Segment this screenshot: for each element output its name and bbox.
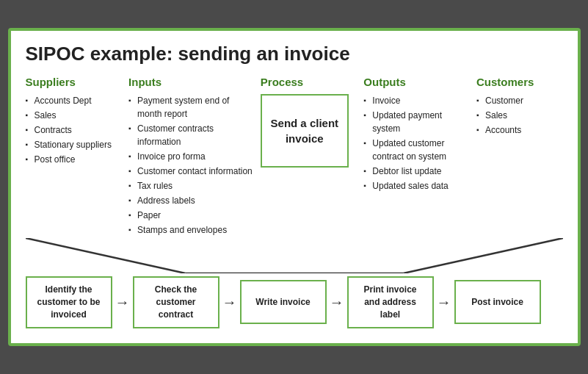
inputs-col: Inputs Payment system end of month repor… bbox=[128, 76, 253, 238]
list-item: Contracts bbox=[26, 123, 122, 137]
list-item: Address labels bbox=[128, 194, 253, 207]
inputs-content: Payment system end of month report Custo… bbox=[128, 94, 253, 237]
list-item: Accounts Dept bbox=[26, 94, 122, 107]
inputs-header: Inputs bbox=[128, 76, 253, 88]
list-item: Paper bbox=[128, 209, 253, 222]
outputs-list: Invoice Updated payment system Updated c… bbox=[363, 94, 469, 193]
list-item: Payment system end of month report bbox=[128, 94, 253, 121]
process-col: Process Send a client invoice bbox=[261, 76, 357, 168]
list-item: Invoice pro forma bbox=[128, 150, 253, 163]
sipoc-grid: Suppliers Accounts Dept Sales Contracts … bbox=[26, 76, 563, 238]
diagonal-separator bbox=[26, 238, 563, 273]
list-item: Customer contact information bbox=[128, 165, 253, 178]
suppliers-header: Suppliers bbox=[26, 76, 122, 88]
list-item: Updated payment system bbox=[363, 109, 469, 135]
list-item: Stamps and envelopes bbox=[128, 223, 253, 237]
svg-line-1 bbox=[403, 238, 563, 273]
outputs-header: Outputs bbox=[363, 76, 469, 88]
list-item: Updated customer contract on system bbox=[363, 137, 469, 163]
arrow-3: → bbox=[327, 294, 347, 311]
list-item: Invoice bbox=[363, 94, 469, 107]
main-title: SIPOC example: sending an invoice bbox=[26, 43, 563, 65]
list-item: Sales bbox=[26, 109, 122, 122]
flow-step-4: Print invoice and address label bbox=[347, 276, 434, 328]
list-item: Customer contracts information bbox=[128, 122, 253, 148]
process-box: Send a client invoice bbox=[261, 94, 349, 168]
list-item: Sales bbox=[476, 109, 563, 122]
outputs-col: Outputs Invoice Updated payment system U… bbox=[363, 76, 469, 194]
flow-step-2: Check the customer contract bbox=[133, 276, 219, 328]
list-item: Customer bbox=[476, 94, 563, 107]
list-item: Post office bbox=[26, 153, 122, 166]
list-item: Debtor list update bbox=[363, 165, 469, 178]
customers-header: Customers bbox=[476, 76, 563, 88]
suppliers-content: Accounts Dept Sales Contracts Stationary… bbox=[26, 94, 122, 166]
svg-line-0 bbox=[26, 238, 186, 273]
list-item: Accounts bbox=[476, 123, 563, 137]
process-flow: Identify the customer to be invoiced → C… bbox=[26, 276, 563, 328]
customers-content: Customer Sales Accounts bbox=[476, 94, 563, 137]
list-item: Tax rules bbox=[128, 179, 253, 193]
bottom-section: Identify the customer to be invoiced → C… bbox=[26, 238, 563, 328]
flow-step-5: Post invoice bbox=[454, 280, 541, 324]
diagram-container: SIPOC example: sending an invoice Suppli… bbox=[8, 28, 581, 345]
outputs-content: Invoice Updated payment system Updated c… bbox=[363, 94, 469, 193]
arrow-4: → bbox=[434, 294, 454, 311]
customers-col: Customers Customer Sales Accounts bbox=[476, 76, 563, 138]
suppliers-list: Accounts Dept Sales Contracts Stationary… bbox=[26, 94, 122, 166]
list-item: Updated sales data bbox=[363, 179, 469, 193]
flow-step-3: Write invoice bbox=[240, 280, 327, 324]
flow-step-1: Identify the customer to be invoiced bbox=[26, 276, 112, 328]
customers-list: Customer Sales Accounts bbox=[476, 94, 563, 137]
arrow-2: → bbox=[219, 294, 240, 311]
list-item: Stationary suppliers bbox=[26, 138, 122, 151]
process-header: Process bbox=[261, 76, 303, 88]
inputs-list: Payment system end of month report Custo… bbox=[128, 94, 253, 237]
arrow-1: → bbox=[112, 294, 133, 311]
suppliers-col: Suppliers Accounts Dept Sales Contracts … bbox=[26, 76, 122, 168]
